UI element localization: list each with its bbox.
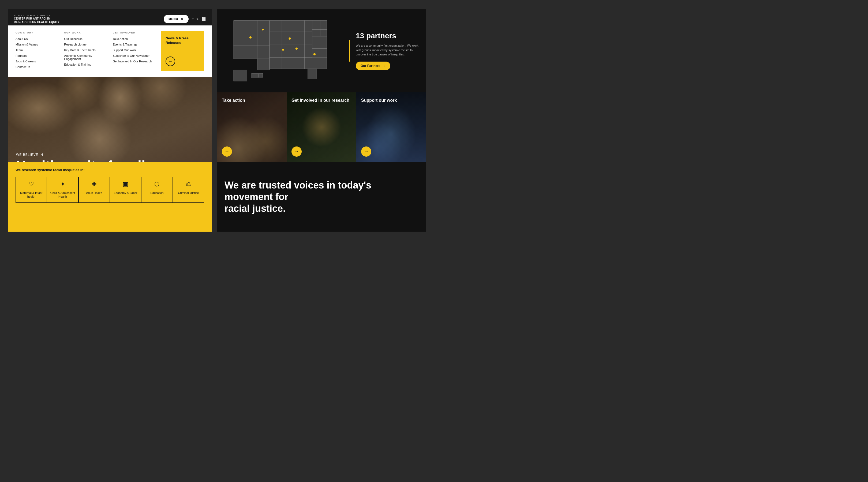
svg-rect-32 (304, 58, 327, 69)
justice-icon: ⚖ (186, 181, 191, 188)
svg-rect-12 (234, 33, 247, 45)
research-item-education[interactable]: ⬡ Education (141, 177, 173, 203)
svg-rect-22 (257, 45, 270, 59)
svg-point-37 (313, 53, 316, 55)
nav-jobs-careers[interactable]: Jobs & Careers (16, 60, 59, 63)
svg-rect-29 (270, 58, 282, 69)
action-card-support[interactable]: Support our work → (356, 92, 426, 162)
svg-rect-40 (234, 70, 247, 81)
svg-rect-7 (312, 29, 320, 36)
research-item-maternal[interactable]: ♡ Maternal & infant health (16, 177, 47, 203)
get-involved-arrow-button[interactable]: → (291, 147, 302, 157)
nav-key-data[interactable]: Key Data & Fact Sheets (64, 49, 107, 52)
research-section: We research systemic racial inequities i… (8, 162, 212, 232)
map-info: 13 partners We are a community-first org… (356, 32, 420, 70)
nav-subscribe-newsletter[interactable]: Subscribe to Our Newsletter (113, 54, 156, 57)
get-involved-arrow-icon: → (294, 149, 299, 155)
svg-rect-31 (293, 58, 304, 69)
get-involved-content: Get involved in our research → (287, 92, 356, 162)
svg-point-36 (296, 47, 298, 50)
nav-research-library[interactable]: Research Library (64, 43, 107, 46)
action-card-get-involved[interactable]: Get involved in our research → (287, 92, 356, 162)
support-title: Support our work (361, 98, 421, 103)
research-grid: ♡ Maternal & infant health ✦ Child & Ado… (16, 177, 204, 203)
nav-support-our-work[interactable]: Support Our Work (113, 49, 156, 52)
map-section: 13 partners We are a community-first org… (217, 9, 426, 92)
menu-col-our-work: OUR WORK Our Research Research Library K… (64, 31, 113, 71)
maternal-label: Maternal & infant health (19, 191, 44, 199)
close-icon: ✕ (180, 17, 184, 21)
nav-take-action[interactable]: Take Action (113, 37, 156, 40)
our-work-title: OUR WORK (64, 31, 107, 34)
svg-rect-16 (282, 32, 293, 44)
take-action-title: Take action (222, 98, 282, 103)
svg-rect-42 (259, 73, 263, 77)
nav-about-us[interactable]: About Us (16, 37, 59, 40)
criminal-justice-label: Criminal Justice (178, 191, 199, 195)
svg-rect-10 (293, 21, 304, 32)
our-partners-button[interactable]: Our Partners → (356, 62, 390, 70)
svg-rect-23 (270, 44, 282, 58)
action-cards: Take action → Get involved in our resear… (217, 92, 426, 162)
nav-events-trainings[interactable]: Events & Trainings (113, 43, 156, 46)
adult-label: Adult Health (86, 191, 102, 195)
trusted-text: We are trusted voices in today's movemen… (224, 180, 418, 214)
svg-point-35 (288, 37, 291, 40)
news-arrow-button[interactable]: → (165, 57, 175, 66)
nav-get-involved-research[interactable]: Get Involved In Our Research (113, 60, 156, 63)
svg-rect-2 (247, 21, 257, 33)
svg-rect-17 (293, 32, 304, 44)
svg-rect-3 (257, 21, 270, 33)
nav-mission-values[interactable]: Mission & Values (16, 43, 59, 46)
svg-rect-28 (257, 59, 270, 70)
org-line2: RESEARCH FOR HEALTH EQUITY (14, 20, 60, 24)
svg-rect-21 (247, 45, 257, 59)
research-item-child[interactable]: ✦ Child & Adolescent Health (47, 177, 78, 203)
cross-icon: ✚ (92, 181, 96, 188)
support-arrow-button[interactable]: → (361, 147, 371, 157)
nav-our-research[interactable]: Our Research (64, 37, 107, 40)
action-card-take-action[interactable]: Take action → (217, 92, 287, 162)
child-icon: ✦ (60, 181, 65, 188)
org-line1: CENTER FOR ANTIRACISM (14, 17, 60, 20)
divider (349, 40, 350, 62)
nav-team[interactable]: Team (16, 49, 59, 52)
twitter-icon[interactable]: 𝕏 (196, 17, 199, 21)
svg-rect-13 (247, 33, 257, 45)
instagram-icon[interactable]: ⬜ (202, 17, 206, 21)
take-action-arrow-button[interactable]: → (222, 147, 232, 157)
svg-rect-6 (320, 29, 327, 36)
school-label: SCHOOL OF PUBLIC HEALTH (14, 14, 60, 17)
research-title: We research systemic racial inequities i… (16, 168, 204, 172)
svg-point-38 (282, 49, 284, 51)
menu-button[interactable]: MENU ✕ (164, 15, 189, 23)
our-partners-arrow-icon: → (382, 64, 385, 68)
nav-partners[interactable]: Partners (16, 54, 59, 57)
us-map-container (223, 16, 343, 86)
trusted-text-part2: racial justice. (224, 203, 286, 214)
dropdown-menu: OUR STORY About Us Mission & Values Team… (8, 26, 212, 77)
header-right: MENU ✕ f 𝕏 ⬜ (164, 15, 206, 23)
nav-education-training[interactable]: Education & Training (64, 63, 107, 66)
news-highlight-title: News & Press Releases (165, 36, 200, 45)
svg-rect-33 (308, 69, 317, 79)
research-item-criminal-justice[interactable]: ⚖ Criminal Justice (173, 177, 204, 203)
research-item-adult[interactable]: ✚ Adult Health (79, 177, 110, 203)
site-logo: SCHOOL OF PUBLIC HEALTH CENTER FOR ANTIR… (14, 14, 60, 24)
nav-community-engagement[interactable]: Authentic Community Engagement (64, 54, 107, 61)
svg-rect-25 (293, 44, 304, 58)
news-arrow-icon: → (168, 59, 173, 64)
research-item-economy[interactable]: ▣ Economy & Labor (110, 177, 141, 203)
svg-rect-15 (270, 32, 282, 44)
svg-point-34 (249, 36, 252, 38)
facebook-icon[interactable]: f (192, 17, 193, 21)
right-panel: 13 partners We are a community-first org… (217, 9, 426, 232)
svg-rect-1 (234, 21, 247, 33)
news-highlight-box[interactable]: News & Press Releases → (161, 31, 204, 71)
trusted-text-part1: We are trusted voices in today's movemen… (224, 180, 371, 202)
nav-contact-us[interactable]: Contact Us (16, 65, 59, 69)
support-arrow-icon: → (364, 149, 369, 155)
take-action-arrow-icon: → (224, 149, 229, 155)
svg-rect-4 (312, 21, 320, 30)
map-description: We are a community-first organization. W… (356, 43, 420, 57)
